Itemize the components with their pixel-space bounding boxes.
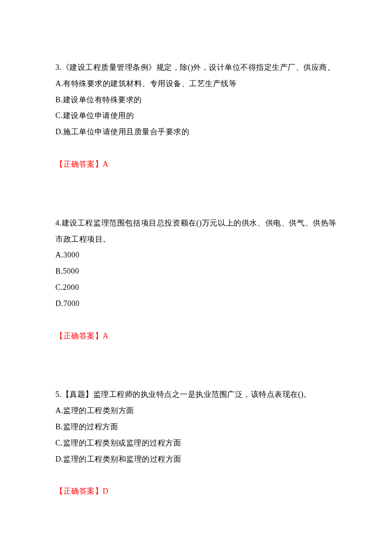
answer-value: D [103, 487, 109, 495]
question-text: 4.建设工程监理范围包括项目总投资额在()万元以上的供水、供电、供气、供热等市政… [55, 215, 337, 248]
option-c: C.建设单位申请使用的 [55, 108, 337, 124]
question-block-5: 5.【真题】监理工程师的执业特点之一是执业范围广泛，该特点表现在()。 A.监理… [55, 387, 337, 500]
answer-line: 【正确答案】D [55, 483, 337, 500]
question-number: 3. [55, 63, 62, 72]
answer-line: 【正确答案】A [55, 156, 337, 173]
answer-line: 【正确答案】A [55, 328, 337, 344]
option-d: D.7000 [55, 296, 337, 312]
answer-value: A [103, 332, 109, 340]
question-stem: 建设工程监理范围包括项目总投资额在()万元以上的供水、供电、供气、供热等市政工程… [55, 219, 337, 243]
option-a: A.监理的工程类别方面 [55, 403, 337, 419]
option-b: B.建设单位有特殊要求的 [55, 92, 337, 108]
option-a: A.有特殊要求的建筑材料、专用设备、工艺生产线等 [55, 76, 337, 92]
answer-label: 【正确答案】 [55, 332, 103, 340]
option-c: C.2000 [55, 280, 337, 296]
question-text: 5.【真题】监理工程师的执业特点之一是执业范围广泛，该特点表现在()。 [55, 387, 337, 403]
option-c: C.监理的工程类别或监理的过程方面 [55, 435, 337, 451]
option-a: A.3000 [55, 247, 337, 263]
option-d: D.施工单位申请使用且质量合乎要求的 [55, 124, 337, 140]
question-stem: 《建设工程质量管理条例》规定，除()外，设计单位不得指定生产厂、供应商。 [62, 63, 335, 72]
option-b: B.监理的过程方面 [55, 419, 337, 435]
question-number: 5. [55, 390, 62, 399]
answer-label: 【正确答案】 [55, 487, 103, 495]
question-block-4: 4.建设工程监理范围包括项目总投资额在()万元以上的供水、供电、供气、供热等市政… [55, 215, 337, 344]
question-number: 4. [55, 219, 62, 227]
question-block-3: 3.《建设工程质量管理条例》规定，除()外，设计单位不得指定生产厂、供应商。 A… [55, 60, 337, 173]
question-stem: 【真题】监理工程师的执业特点之一是执业范围广泛，该特点表现在()。 [62, 390, 312, 399]
option-d: D.监理的工程类别和监理的过程方面 [55, 451, 337, 468]
option-b: B.5000 [55, 263, 337, 280]
answer-value: A [103, 160, 109, 168]
question-text: 3.《建设工程质量管理条例》规定，除()外，设计单位不得指定生产厂、供应商。 [55, 60, 337, 76]
answer-label: 【正确答案】 [55, 160, 103, 168]
